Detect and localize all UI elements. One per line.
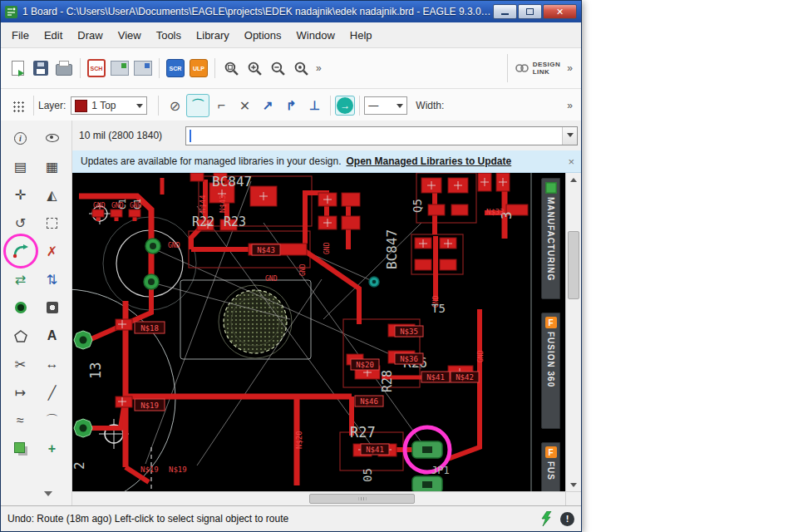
hole-icon <box>47 302 58 313</box>
save-button[interactable] <box>29 57 52 80</box>
zoom-out-button[interactable] <box>266 57 289 80</box>
show-tool[interactable] <box>38 127 66 149</box>
route-tool[interactable] <box>7 240 35 262</box>
wire-tool[interactable]: ╱ <box>38 382 66 403</box>
tab-manufacturing[interactable]: MANUFACTURING <box>541 178 560 299</box>
app-icon <box>5 6 17 18</box>
command-dropdown-button[interactable] <box>562 127 577 145</box>
dimension-icon: ↔ <box>46 357 59 372</box>
menu-help[interactable]: Help <box>342 26 380 45</box>
scroll-up-button[interactable] <box>566 173 581 186</box>
bend-none-button[interactable]: ⊘ <box>163 94 186 117</box>
followme-router-button[interactable]: → <box>335 96 355 116</box>
menu-file[interactable]: File <box>4 26 37 45</box>
minimize-button[interactable] <box>493 4 517 19</box>
managed-libraries-link[interactable]: Open Managed Libraries to Update <box>347 155 512 167</box>
grid-button[interactable] <box>6 94 29 117</box>
menu-window[interactable]: Window <box>289 26 342 45</box>
swap-layer-button[interactable]: ✕ <box>233 94 256 117</box>
signal-tool[interactable]: ≈ <box>7 410 35 431</box>
ripup-tool[interactable]: ✗ <box>38 240 66 262</box>
sync-lightning-icon[interactable] <box>540 511 552 526</box>
vertical-scrollbar[interactable] <box>565 173 581 491</box>
menu-view[interactable]: View <box>111 26 149 45</box>
hole-tool[interactable] <box>38 297 66 318</box>
dimension-tool[interactable]: ↔ <box>38 353 66 375</box>
miter-button[interactable]: ⊥ <box>303 94 326 117</box>
notification-close-button[interactable]: × <box>568 155 574 168</box>
bend-90-icon: ⌐ <box>218 98 225 113</box>
route-diagonal-button[interactable]: ↗ <box>256 94 279 117</box>
command-input[interactable] <box>186 127 577 145</box>
tag-tool[interactable]: ↦ <box>7 382 35 403</box>
info-tool[interactable]: i <box>7 127 35 149</box>
tab-fusion-360[interactable]: F FUSION 360 <box>541 313 560 429</box>
command-combo[interactable] <box>185 126 578 145</box>
open-file-button[interactable] <box>6 57 29 80</box>
menu-options[interactable]: Options <box>237 26 289 45</box>
print-button[interactable] <box>52 57 76 80</box>
split-tool[interactable]: ⇄ <box>7 268 35 290</box>
zoom-fit-button[interactable] <box>219 57 243 80</box>
toolbar-overflow[interactable]: » <box>313 62 325 74</box>
vertical-scroll-thumb[interactable] <box>568 231 579 299</box>
group-tool[interactable] <box>38 212 66 234</box>
arc-tool[interactable]: ⌒ <box>38 410 66 431</box>
bend-arc-button[interactable]: ⌒ <box>186 94 209 117</box>
bend-90-button[interactable]: ⌐ <box>209 94 233 117</box>
display-tool[interactable]: ▤ <box>7 155 35 177</box>
text-tool[interactable]: A <box>38 325 66 347</box>
meander-tool[interactable]: ⇅ <box>38 268 66 290</box>
zoom-redraw-button[interactable] <box>289 57 313 80</box>
run-ulp-button[interactable]: ULP <box>187 57 210 80</box>
menu-draw[interactable]: Draw <box>70 26 110 45</box>
svg-text:13: 13 <box>87 362 104 379</box>
horizontal-scrollbar[interactable] <box>72 491 565 505</box>
toolbar2-overflow[interactable]: » <box>564 100 576 111</box>
close-button[interactable]: ✕ <box>543 4 577 19</box>
info-icon: i <box>14 132 27 145</box>
board-canvas[interactable]: C1 C1 BC847 BC847 Q5 3 R22 R23 N$44 N$43… <box>72 173 565 491</box>
maximize-button[interactable] <box>518 4 542 19</box>
layer-select[interactable]: 1 Top <box>71 96 147 115</box>
alert-icon[interactable]: ! <box>560 512 574 526</box>
layer-settings-tool[interactable]: ▦ <box>38 155 66 177</box>
title-bar[interactable]: 1 Board - C:\Users\UserA\Documents\EAGLE… <box>1 1 581 22</box>
polygon-tool[interactable] <box>7 325 35 347</box>
design-link-button[interactable]: DESIGN LINK » <box>507 54 576 82</box>
rotate-tool[interactable]: ↺ <box>7 212 35 234</box>
board-generate-button[interactable] <box>131 57 155 80</box>
route-corner-button[interactable]: ↱ <box>279 94 303 117</box>
palette-more-caret[interactable] <box>44 491 52 500</box>
line-style-select[interactable]: — <box>364 96 407 115</box>
switch-schematic-button[interactable]: SCH <box>85 57 108 80</box>
menu-library[interactable]: Library <box>189 26 237 45</box>
svg-text:N$42: N$42 <box>456 373 474 382</box>
script-icon: SCR <box>166 59 185 77</box>
via-tool[interactable] <box>7 297 35 318</box>
group-icon <box>47 218 57 229</box>
copy-sheet-tool[interactable] <box>7 438 35 460</box>
svg-text:Q5: Q5 <box>411 199 424 213</box>
run-script-button[interactable]: SCR <box>164 57 187 80</box>
width-label: Width: <box>416 100 444 111</box>
route-corner-icon: ↱ <box>286 98 297 113</box>
route-diagonal-icon: ↗ <box>263 98 273 113</box>
parameter-toolbar: Layer: 1 Top ⊘ ⌒ ⌐ ✕ ↗ ↱ ⊥ → — Width: » <box>1 89 581 123</box>
svg-text:GND: GND <box>477 350 485 362</box>
menu-tools[interactable]: Tools <box>149 26 189 45</box>
scroll-down-button[interactable] <box>566 478 581 491</box>
cam-processor-button[interactable] <box>108 57 131 80</box>
zoom-in-button[interactable] <box>243 57 266 80</box>
svg-text:GND: GND <box>130 202 142 209</box>
move-icon: ✛ <box>15 187 26 203</box>
menu-edit[interactable]: Edit <box>37 26 70 45</box>
horizontal-scroll-thumb[interactable] <box>309 494 415 504</box>
design-link-overflow[interactable]: » <box>564 62 576 74</box>
move-tool[interactable]: ✛ <box>7 184 35 205</box>
add-part-tool[interactable]: + <box>38 438 66 460</box>
svg-text:R22: R22 <box>192 214 214 229</box>
tab-fusion-partial[interactable]: F FUS <box>541 442 560 491</box>
cut-tool[interactable]: ✂ <box>7 353 35 375</box>
mirror-tool[interactable]: ◭ <box>38 184 66 205</box>
